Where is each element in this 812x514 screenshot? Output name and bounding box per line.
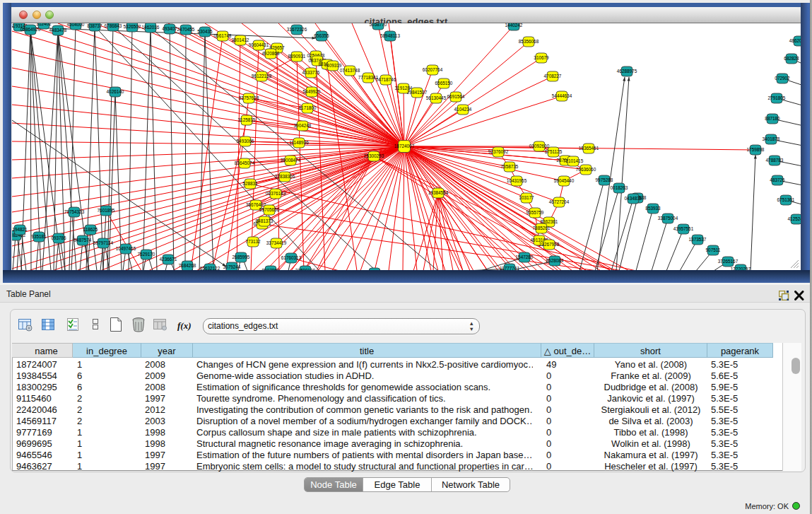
- svg-text:5449920: 5449920: [303, 89, 321, 94]
- svg-text:4788783: 4788783: [766, 158, 784, 163]
- svg-text:86122138: 86122138: [252, 74, 272, 78]
- svg-text:37838306: 37838306: [275, 174, 295, 179]
- svg-text:90604431: 90604431: [249, 42, 269, 47]
- svg-text:7358735: 7358735: [501, 164, 519, 169]
- svg-text:5058770: 5058770: [370, 23, 387, 27]
- svg-text:3401878: 3401878: [763, 136, 780, 141]
- svg-text:9975288: 9975288: [596, 177, 613, 182]
- svg-text:23267938: 23267938: [539, 242, 560, 247]
- svg-text:43957551: 43957551: [673, 226, 694, 231]
- svg-text:61760313: 61760313: [281, 255, 302, 260]
- svg-text:05864920: 05864920: [20, 27, 41, 32]
- svg-text:85356068: 85356068: [519, 39, 539, 44]
- svg-text:11148936: 11148936: [289, 140, 309, 145]
- svg-text:5326502: 5326502: [124, 24, 141, 29]
- svg-text:1373537: 1373537: [689, 237, 707, 242]
- svg-text:1440242: 1440242: [505, 23, 523, 28]
- svg-text:3904248: 3904248: [294, 123, 312, 128]
- svg-text:33734419: 33734419: [266, 240, 287, 245]
- svg-text:2685995: 2685995: [233, 255, 250, 259]
- svg-text:0434839: 0434839: [625, 196, 642, 201]
- svg-text:1462016: 1462016: [142, 25, 160, 30]
- svg-text:6691564: 6691564: [447, 94, 465, 99]
- svg-text:58948113: 58948113: [380, 33, 400, 38]
- svg-text:656355: 656355: [314, 33, 329, 38]
- svg-text:19384554: 19384554: [428, 190, 449, 195]
- svg-text:48620579: 48620579: [789, 38, 801, 43]
- svg-text:7529170: 7529170: [138, 252, 155, 257]
- svg-text:1547280: 1547280: [516, 255, 534, 259]
- svg-text:46727204: 46727204: [549, 199, 570, 204]
- svg-text:7409319: 7409319: [324, 63, 342, 68]
- svg-text:6751361: 6751361: [777, 197, 795, 202]
- svg-text:887180: 887180: [765, 116, 780, 121]
- svg-text:31672326: 31672326: [287, 27, 307, 32]
- svg-text:59797114: 59797114: [93, 240, 113, 245]
- svg-text:483726: 483726: [770, 177, 785, 182]
- svg-text:6751125: 6751125: [545, 149, 563, 154]
- svg-text:103177: 103177: [519, 195, 534, 200]
- svg-text:f(x): f(x): [177, 320, 192, 331]
- svg-text:07413748: 07413748: [340, 68, 360, 73]
- svg-text:6565150: 6565150: [435, 81, 453, 86]
- svg-text:3125815: 3125815: [238, 117, 256, 122]
- svg-text:935181: 935181: [31, 234, 47, 239]
- svg-text:2470455: 2470455: [177, 27, 195, 32]
- svg-text:530435: 530435: [197, 29, 213, 34]
- svg-text:9487574: 9487574: [74, 238, 92, 243]
- svg-text:92376092: 92376092: [488, 149, 509, 154]
- svg-text:3079244: 3079244: [223, 264, 241, 269]
- svg-text:7885261: 7885261: [533, 226, 551, 230]
- svg-text:18724007: 18724007: [394, 144, 415, 148]
- svg-text:312402: 312402: [36, 23, 52, 26]
- svg-text:00376143: 00376143: [266, 191, 286, 196]
- svg-text:60207764: 60207764: [423, 67, 443, 72]
- svg-text:10497465: 10497465: [116, 246, 136, 251]
- svg-text:4125242: 4125242: [788, 216, 801, 221]
- svg-text:10431955: 10431955: [507, 178, 527, 183]
- svg-text:118625: 118625: [83, 227, 98, 232]
- svg-text:4920868: 4920868: [262, 51, 280, 56]
- svg-text:0018263: 0018263: [611, 185, 628, 190]
- svg-text:4026140: 4026140: [107, 89, 124, 94]
- svg-text:5493066: 5493066: [237, 139, 254, 144]
- svg-text:70636060: 70636060: [576, 167, 596, 172]
- svg-text:4504000: 4504000: [67, 23, 85, 27]
- svg-text:8528084: 8528084: [546, 258, 564, 263]
- svg-text:9355759: 9355759: [526, 210, 544, 215]
- svg-text:36676402: 36676402: [246, 202, 266, 207]
- svg-text:18365461: 18365461: [579, 146, 599, 151]
- svg-text:773132: 773132: [245, 239, 261, 244]
- svg-text:11777741: 11777741: [500, 266, 519, 270]
- svg-text:53705656: 53705656: [259, 207, 280, 212]
- svg-text:59045440: 59045440: [554, 178, 575, 183]
- svg-text:3801412: 3801412: [232, 37, 249, 42]
- svg-text:907511: 907511: [706, 247, 721, 252]
- svg-text:7601895: 7601895: [98, 208, 115, 213]
- svg-text:29841537: 29841537: [407, 90, 428, 95]
- svg-text:853933: 853933: [645, 206, 661, 211]
- svg-text:83757628: 83757628: [239, 95, 259, 100]
- svg-text:04718746: 04718746: [376, 77, 396, 82]
- svg-text:072902: 072902: [775, 76, 790, 81]
- svg-text:65632122: 65632122: [200, 266, 220, 270]
- svg-text:1759898: 1759898: [747, 147, 765, 152]
- svg-text:72101415: 72101415: [563, 158, 584, 163]
- svg-text:8907866: 8907866: [262, 268, 280, 270]
- svg-text:7684268: 7684268: [179, 263, 196, 268]
- svg-text:33875004: 33875004: [658, 216, 678, 221]
- svg-text:4483478: 4483478: [49, 28, 67, 33]
- svg-text:03092600: 03092600: [529, 144, 550, 148]
- svg-text:4104234: 4104234: [454, 107, 472, 112]
- svg-text:79754323: 79754323: [64, 209, 85, 214]
- svg-text:4333776: 4333776: [302, 70, 320, 75]
- svg-text:093786: 093786: [51, 235, 66, 240]
- svg-text:0561748: 0561748: [214, 33, 232, 38]
- svg-text:12220297: 12220297: [731, 267, 751, 270]
- svg-text:4708227: 4708227: [544, 74, 562, 78]
- svg-text:83645074: 83645074: [235, 160, 255, 165]
- svg-text:46288975: 46288975: [617, 69, 637, 74]
- svg-text:37265167: 37265167: [718, 259, 739, 264]
- svg-text:8890931: 8890931: [288, 54, 306, 59]
- svg-text:310679: 310679: [534, 55, 549, 60]
